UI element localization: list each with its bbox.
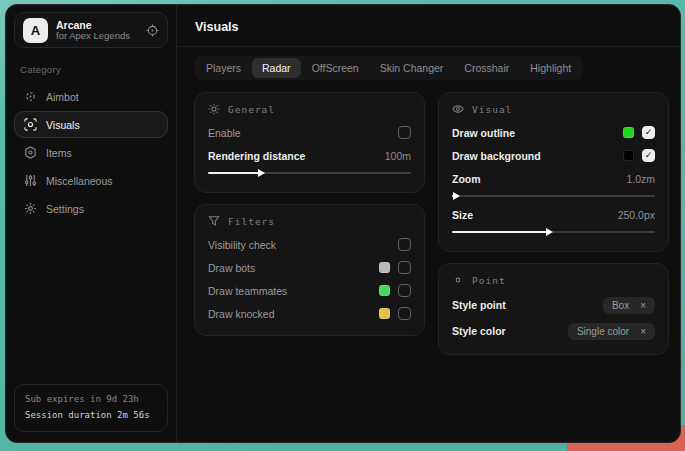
- sidebar-item-label: Items: [46, 147, 72, 159]
- subscription-info-box: Sub expires in 9d 23h Session duration 2…: [14, 384, 168, 432]
- slider-thumb[interactable]: [258, 169, 265, 177]
- app-meta: Arcane for Apex Legends: [56, 19, 138, 42]
- sidebar-item-miscellaneous[interactable]: Miscellaneous: [14, 167, 168, 194]
- draw-outline-color-swatch[interactable]: [623, 127, 634, 138]
- main-header: Visuals: [177, 5, 680, 47]
- draw-bots-label: Draw bots: [208, 262, 255, 274]
- sliders-icon: [24, 174, 37, 187]
- sidebar-item-label: Visuals: [46, 119, 80, 131]
- box-icon: [24, 146, 37, 159]
- clear-icon[interactable]: ×: [640, 300, 646, 311]
- draw-bots-checkbox[interactable]: ✓: [398, 261, 411, 274]
- zoom-slider[interactable]: [452, 191, 655, 201]
- visibility-check-label: Visibility check: [208, 239, 276, 251]
- crosshair-icon: [24, 90, 37, 103]
- sidebar-item-items[interactable]: Items: [14, 139, 168, 166]
- gear-icon: [24, 202, 37, 215]
- right-column: Visual Draw outline ✓ Draw background: [438, 92, 669, 355]
- tab-radar[interactable]: Radar: [252, 58, 301, 78]
- dot-icon: [452, 274, 464, 286]
- scan-icon: [24, 118, 37, 131]
- sidebar-item-visuals[interactable]: Visuals: [14, 111, 168, 138]
- draw-outline-row: Draw outline ✓: [452, 122, 655, 143]
- style-point-row: Style point Box ×: [452, 293, 655, 317]
- draw-knocked-label: Draw knocked: [208, 308, 275, 320]
- tab-crosshair[interactable]: Crosshair: [454, 58, 519, 78]
- point-panel-title: Point: [472, 275, 506, 286]
- style-point-value: Box: [612, 300, 629, 311]
- category-label: Category: [20, 64, 162, 75]
- rendering-distance-label: Rendering distance: [208, 150, 305, 162]
- visibility-check-checkbox[interactable]: ✓: [398, 238, 411, 251]
- sun-icon: [208, 103, 220, 115]
- tab-highlight[interactable]: Highlight: [520, 58, 581, 78]
- size-row: Size 250.0px: [452, 204, 655, 225]
- size-value: 250.0px: [618, 209, 655, 221]
- sidebar-item-aimbot[interactable]: Aimbot: [14, 83, 168, 110]
- arcane-window: A Arcane for Apex Legends Category Aimbo…: [5, 4, 681, 443]
- slider-thumb[interactable]: [453, 192, 460, 200]
- visual-panel-header: Visual: [452, 103, 655, 115]
- point-panel: Point Style point Box × Style color Sing…: [438, 263, 669, 355]
- zoom-value: 1.0zm: [626, 173, 655, 185]
- draw-outline-checkbox[interactable]: ✓: [642, 126, 655, 139]
- draw-background-row: Draw background ✓: [452, 145, 655, 166]
- tab-skin-changer[interactable]: Skin Changer: [370, 58, 454, 78]
- slider-fill: [208, 172, 261, 174]
- main-content: Visuals Players Radar OffScreen Skin Cha…: [177, 5, 680, 442]
- eye-icon: [452, 103, 464, 115]
- visual-panel-title: Visual: [472, 104, 512, 115]
- slider-thumb[interactable]: [546, 228, 553, 236]
- sub-expiry-text: Sub expires in 9d 23h: [25, 392, 157, 407]
- app-header-card: A Arcane for Apex Legends: [14, 12, 168, 48]
- visual-panel: Visual Draw outline ✓ Draw background: [438, 92, 669, 252]
- slider-track: [452, 195, 655, 197]
- draw-background-color-swatch[interactable]: [623, 150, 634, 161]
- draw-background-checkbox[interactable]: ✓: [642, 149, 655, 162]
- clear-icon[interactable]: ×: [640, 326, 646, 337]
- size-slider[interactable]: [452, 227, 655, 237]
- draw-bots-row: Draw bots ✓: [208, 257, 411, 278]
- app-subtitle: for Apex Legends: [56, 31, 138, 42]
- tab-offscreen[interactable]: OffScreen: [302, 58, 369, 78]
- tabs-row: Players Radar OffScreen Skin Changer Cro…: [177, 47, 680, 80]
- draw-bots-color-swatch[interactable]: [379, 262, 390, 273]
- draw-background-label: Draw background: [452, 150, 541, 162]
- draw-outline-label: Draw outline: [452, 127, 515, 139]
- style-point-label: Style point: [452, 299, 506, 311]
- style-color-label: Style color: [452, 325, 506, 337]
- app-logo: A: [23, 18, 48, 43]
- sidebar-item-label: Miscellaneous: [46, 175, 113, 187]
- zoom-label: Zoom: [452, 173, 481, 185]
- rendering-distance-value: 100m: [385, 150, 411, 162]
- rendering-distance-row: Rendering distance 100m: [208, 145, 411, 166]
- size-label: Size: [452, 209, 473, 221]
- page-title: Visuals: [195, 20, 662, 34]
- tab-bar: Players Radar OffScreen Skin Changer Cro…: [194, 56, 583, 80]
- funnel-icon: [208, 215, 220, 227]
- draw-teammates-row: Draw teammates ✓: [208, 280, 411, 301]
- style-point-select[interactable]: Box ×: [603, 297, 655, 314]
- enable-row: Enable ✓: [208, 122, 411, 143]
- slider-fill: [452, 231, 549, 233]
- style-color-select[interactable]: Single color ×: [568, 323, 655, 340]
- left-column: General Enable ✓ Rendering distance 100m: [194, 92, 425, 336]
- draw-knocked-row: Draw knocked ✓: [208, 303, 411, 324]
- general-panel: General Enable ✓ Rendering distance 100m: [194, 92, 425, 193]
- general-panel-header: General: [208, 103, 411, 115]
- draw-knocked-color-swatch[interactable]: [379, 308, 390, 319]
- sidebar: A Arcane for Apex Legends Category Aimbo…: [6, 5, 177, 442]
- draw-teammates-color-swatch[interactable]: [379, 285, 390, 296]
- sidebar-item-settings[interactable]: Settings: [14, 195, 168, 222]
- target-icon[interactable]: [146, 24, 159, 37]
- tab-players[interactable]: Players: [196, 58, 251, 78]
- enable-checkbox[interactable]: ✓: [398, 126, 411, 139]
- draw-knocked-checkbox[interactable]: ✓: [398, 307, 411, 320]
- draw-teammates-checkbox[interactable]: ✓: [398, 284, 411, 297]
- session-duration-text: Session duration 2m 56s: [25, 408, 157, 423]
- style-color-row: Style color Single color ×: [452, 319, 655, 343]
- rendering-distance-slider[interactable]: [208, 168, 411, 178]
- style-color-value: Single color: [577, 326, 629, 337]
- zoom-row: Zoom 1.0zm: [452, 168, 655, 189]
- app-name: Arcane: [56, 19, 138, 31]
